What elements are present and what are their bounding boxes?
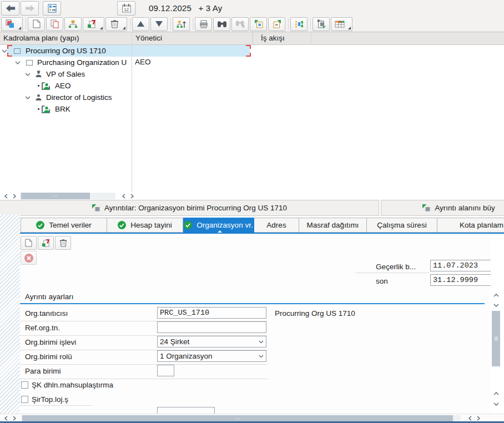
- tree-node-label[interactable]: Procurring Org US 1710: [26, 47, 106, 55]
- detail-tabstrip: Temel veriler Hesap tayini Organizasyon …: [21, 218, 504, 233]
- green-check-icon: [36, 221, 44, 229]
- assign-button[interactable]: [83, 17, 104, 31]
- scrollbar-track[interactable]: ⋯: [20, 193, 115, 199]
- scroll-right-icon[interactable]: [128, 193, 137, 200]
- tree-node-label[interactable]: VP of Sales: [46, 70, 85, 78]
- delete-button[interactable]: [105, 17, 127, 31]
- tab-kota-planlama[interactable]: Kota planlam: [437, 218, 504, 233]
- tab-masraf-dagitimi[interactable]: Masraf dağıtımı: [299, 218, 367, 233]
- tree-row-position[interactable]: VP of Sales: [0, 68, 504, 80]
- column-divider[interactable]: [311, 32, 311, 44]
- search-button[interactable]: [213, 17, 230, 31]
- enlarge-detail-area-bar[interactable]: Ayrıntı alanını büy: [381, 200, 504, 216]
- scroll-right-icon[interactable]: [10, 193, 19, 200]
- green-check-icon: [118, 221, 126, 229]
- assign-icon: [87, 19, 97, 28]
- column-divider[interactable]: [132, 32, 132, 192]
- form-assign-button[interactable]: [38, 236, 54, 250]
- tree-row-holder[interactable]: BRK: [0, 103, 504, 115]
- scrollbar-thumb[interactable]: ⋯: [21, 193, 90, 199]
- column-header-workflow[interactable]: İş akışı: [261, 34, 285, 42]
- tab-temel-veriler[interactable]: Temel veriler: [21, 218, 107, 233]
- column-configuration-button[interactable]: [331, 17, 352, 31]
- overview-button[interactable]: [43, 1, 61, 16]
- tab-calisma-suresi[interactable]: Çalışma süresi: [367, 218, 437, 233]
- create-org-unit-button[interactable]: [64, 17, 82, 31]
- expand-node-button[interactable]: [250, 17, 267, 31]
- detail-area-hatch-margin: [0, 214, 20, 414]
- one-level-up-button[interactable]: [173, 17, 190, 31]
- tree-row-position[interactable]: Director of Logistics: [0, 92, 504, 103]
- forward-button[interactable]: [21, 1, 39, 16]
- form-cancel-button[interactable]: [21, 251, 37, 265]
- scroll-down-icon[interactable]: [491, 400, 501, 409]
- expander-chevron-icon[interactable]: [2, 49, 7, 53]
- view-key-button[interactable]: [290, 17, 308, 31]
- validity-to-input[interactable]: [430, 274, 491, 286]
- search-next-button[interactable]: [231, 17, 249, 31]
- create-button[interactable]: [28, 17, 45, 31]
- vertical-scrollbar-thumb[interactable]: [492, 311, 500, 366]
- scroll-left-icon[interactable]: [119, 193, 128, 200]
- sirtop-checkbox[interactable]: [21, 396, 28, 403]
- date-selection-button[interactable]: 12: [117, 1, 135, 16]
- display-options-button[interactable]: [1, 17, 23, 31]
- selection-bracket: [7, 45, 12, 49]
- tree-node-label[interactable]: AEO: [55, 82, 71, 90]
- details-header-text: Ayrıntılar: Organizasyon birimi Procurri…: [104, 204, 287, 212]
- tree-row-holder[interactable]: AEO: [0, 80, 504, 92]
- tree-row-org-unit[interactable]: Procurring Org US 1710: [0, 45, 504, 57]
- org-function-select[interactable]: 24 Şirket: [157, 336, 266, 348]
- form-create-button[interactable]: [21, 236, 37, 250]
- collapse-node-button[interactable]: [268, 17, 285, 31]
- scroll-left-icon[interactable]: [1, 193, 10, 200]
- org-id-description: Procurring Org US 1710: [275, 309, 355, 318]
- ref-org-input[interactable]: [157, 321, 266, 333]
- column-header-staffing-plan[interactable]: Kadrolama planı (yapı): [3, 34, 79, 42]
- column-divider[interactable]: [253, 32, 253, 44]
- print-button[interactable]: [195, 17, 212, 31]
- manager-cell[interactable]: AEO: [135, 58, 151, 66]
- scrollbar-thumb[interactable]: ⋯: [22, 415, 453, 422]
- field-label-org-id: Org.tanıtıcısı: [25, 309, 68, 318]
- scrollbar-track[interactable]: ⋯: [21, 415, 461, 422]
- enlarge-detail-icon: [422, 204, 431, 212]
- netting-checkbox[interactable]: [21, 381, 28, 389]
- column-header-manager[interactable]: Yönetici: [135, 34, 162, 42]
- move-up-button[interactable]: [132, 17, 149, 31]
- binoculars-icon: [217, 21, 227, 28]
- toolbar-separator: [310, 18, 311, 30]
- scroll-up-icon[interactable]: [491, 389, 501, 398]
- expander-chevron-icon[interactable]: [25, 96, 31, 99]
- scroll-up-icon[interactable]: [491, 290, 501, 300]
- form-delete-button[interactable]: [55, 236, 71, 250]
- assign-icon: [42, 239, 51, 247]
- create-icon: [33, 19, 41, 28]
- deactivate-view-button[interactable]: [313, 17, 330, 31]
- back-button[interactable]: [1, 1, 19, 16]
- partial-input[interactable]: [157, 407, 215, 414]
- copy-button[interactable]: [46, 17, 63, 31]
- org-role-select[interactable]: 1 Organizasyon: [157, 350, 266, 362]
- expander-chevron-icon[interactable]: [15, 61, 21, 64]
- currency-input[interactable]: [157, 365, 174, 376]
- sap-window: 12 09.12.2025 + 3 Ay: [0, 0, 504, 423]
- create-icon: [25, 239, 32, 247]
- scroll-down-icon[interactable]: [491, 301, 501, 310]
- tree-node-label[interactable]: BRK: [55, 105, 70, 113]
- tab-hesap-tayini[interactable]: Hesap tayini: [107, 218, 183, 233]
- selection-bracket: [246, 45, 251, 49]
- validity-from-input[interactable]: [430, 260, 491, 271]
- tree-row-org-unit[interactable]: Purchasing Organization U AEO: [0, 57, 504, 68]
- tab-label: Kota planlam: [460, 221, 503, 229]
- green-check-icon: [184, 221, 192, 229]
- tab-adres[interactable]: Adres: [254, 218, 299, 233]
- details-header-bar[interactable]: Ayrıntılar: Organizasyon birimi Procurri…: [0, 200, 379, 216]
- tree-node-label[interactable]: Director of Logistics: [46, 93, 112, 102]
- expander-chevron-icon[interactable]: [25, 73, 31, 76]
- field-label-org-function: Org.birimi işlevi: [25, 338, 76, 346]
- org-id-input[interactable]: [157, 307, 266, 319]
- move-down-button[interactable]: [150, 17, 168, 31]
- tree-node-label[interactable]: Purchasing Organization U: [37, 58, 127, 67]
- clipboard-x-icon: [317, 19, 326, 28]
